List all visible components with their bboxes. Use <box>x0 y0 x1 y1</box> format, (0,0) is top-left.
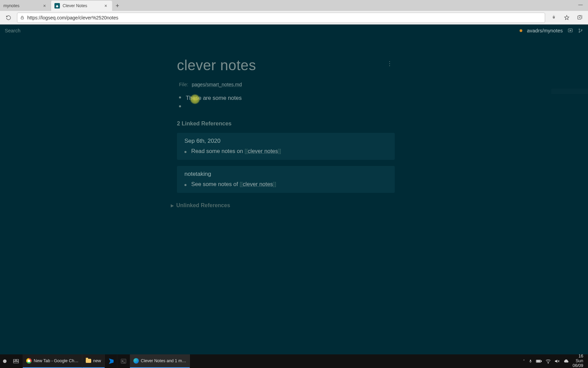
taskbar-item[interactable] <box>105 354 117 368</box>
app-root: Search avadrs/mynotes clever notes ⋯ Fil… <box>0 25 588 354</box>
reference-prefix: Read some notes on <box>191 148 245 154</box>
svg-rect-10 <box>14 359 16 361</box>
link-bracket: [[ <box>240 181 243 187</box>
block[interactable]: These are some notes <box>179 93 395 102</box>
favorite-star-icon[interactable] <box>561 13 572 23</box>
minimize-button[interactable]: — <box>573 0 588 9</box>
unlinked-references-toggle[interactable]: ▶ Unlinked References <box>171 202 395 209</box>
url-text: https://logseq.com/page/clever%2520notes <box>27 15 118 20</box>
reference-prefix: See some notes of <box>191 181 240 187</box>
page: clever notes ⋯ File: pages/smart_notes.m… <box>177 57 395 209</box>
link-bracket: ]] <box>278 148 281 154</box>
svg-point-7 <box>579 32 580 33</box>
taskbar-item[interactable]: new <box>82 354 105 368</box>
right-sidebar-hint <box>551 89 588 94</box>
taskbar-item-label: new <box>93 358 101 363</box>
taskbar-item[interactable]: Clever Notes and 1 m… <box>130 354 190 368</box>
svg-rect-12 <box>14 362 19 363</box>
start-button[interactable] <box>0 354 10 368</box>
browser-tab[interactable]: ◆ Clever Notes × <box>51 1 112 11</box>
lock-icon <box>20 15 24 20</box>
reference-source-link[interactable]: Sep 6th, 2020 <box>184 138 389 144</box>
bullet-icon[interactable] <box>179 105 181 107</box>
svg-marker-2 <box>565 15 569 19</box>
block-text[interactable]: These are some notes <box>186 93 242 102</box>
linked-references-header[interactable]: 2 Linked References <box>177 120 395 127</box>
unlinked-references-label: Unlinked References <box>176 202 230 209</box>
clock[interactable]: 16 Sun 06/09 <box>573 354 583 368</box>
file-path-link[interactable]: pages/smart_notes.md <box>192 82 242 87</box>
link-bracket: [[ <box>245 148 248 154</box>
reload-button[interactable] <box>3 13 14 23</box>
clock-date: 06/09 <box>573 364 583 368</box>
taskbar-item[interactable]: New Tab - Google Ch… <box>23 354 82 368</box>
taskbar: New Tab - Google Ch… new >_ Clever Notes… <box>0 354 588 368</box>
page-link[interactable]: clever notes <box>243 181 273 187</box>
address-row: https://logseq.com/page/clever%2520notes <box>0 11 588 25</box>
repo-name[interactable]: avadrs/mynotes <box>527 28 563 33</box>
chrome-icon <box>26 358 32 364</box>
onedrive-icon[interactable] <box>563 359 569 363</box>
edge-icon <box>133 358 139 364</box>
clock-day: Sun <box>573 359 583 364</box>
reference-source-link[interactable]: notetaking <box>184 171 389 178</box>
caret-right-icon: ▶ <box>171 203 174 208</box>
taskview-button[interactable] <box>10 354 23 368</box>
close-icon[interactable]: × <box>42 3 47 9</box>
block[interactable] <box>179 102 395 107</box>
svg-rect-11 <box>16 359 19 361</box>
taskbar-item-label: Clever Notes and 1 m… <box>141 358 186 363</box>
svg-rect-17 <box>537 361 540 362</box>
tray-expand-icon[interactable]: ˄ <box>523 359 525 364</box>
link-bracket: ]] <box>273 181 276 187</box>
terminal-icon: >_ <box>121 359 126 364</box>
tab-title: mynotes <box>3 3 19 8</box>
favicon-icon: ◆ <box>54 3 60 9</box>
svg-point-8 <box>581 30 582 31</box>
reference-card: notetaking See some notes of [[clever no… <box>177 166 395 193</box>
reference-text[interactable]: Read some notes on [[clever notes]] <box>191 148 281 154</box>
address-bar[interactable]: https://logseq.com/page/clever%2520notes <box>17 13 545 23</box>
collections-icon[interactable] <box>574 13 585 23</box>
git-icon[interactable] <box>578 28 583 33</box>
vscode-icon <box>108 358 114 364</box>
reference-card: Sep 6th, 2020 Read some notes on [[cleve… <box>177 133 395 160</box>
volume-mute-icon[interactable] <box>554 359 560 364</box>
new-tab-button[interactable]: + <box>112 1 122 11</box>
svg-rect-0 <box>21 17 24 19</box>
reading-star-icon[interactable] <box>549 13 559 23</box>
bullet-icon[interactable] <box>179 96 181 98</box>
svg-point-18 <box>548 363 549 363</box>
sync-status-icon <box>520 29 522 32</box>
window-controls: — <box>573 0 588 9</box>
wifi-icon[interactable] <box>545 359 551 364</box>
svg-marker-5 <box>570 30 571 31</box>
page-link[interactable]: clever notes <box>248 148 278 154</box>
taskbar-item-label: New Tab - Google Ch… <box>34 358 79 363</box>
file-label: File: <box>179 82 188 87</box>
svg-marker-19 <box>555 359 557 363</box>
svg-rect-13 <box>530 360 531 362</box>
mic-icon[interactable] <box>528 359 533 364</box>
svg-point-6 <box>579 29 580 30</box>
search-input[interactable]: Search <box>5 28 20 33</box>
browser-tab[interactable]: mynotes × <box>0 1 51 11</box>
svg-point-9 <box>3 359 7 363</box>
taskbar-item[interactable]: >_ <box>117 354 130 368</box>
close-icon[interactable]: × <box>103 3 109 9</box>
block-list: These are some notes <box>177 93 395 107</box>
svg-rect-16 <box>541 361 542 362</box>
folder-icon <box>86 359 91 363</box>
clock-time: 16 <box>573 354 583 359</box>
battery-icon[interactable] <box>536 359 542 363</box>
reference-text[interactable]: See some notes of [[clever notes]] <box>191 181 276 187</box>
bullet-icon[interactable] <box>184 151 186 153</box>
presentation-icon[interactable] <box>568 28 573 33</box>
tab-title: Clever Notes <box>63 3 87 8</box>
tab-strip: mynotes × ◆ Clever Notes × + — <box>0 0 588 11</box>
page-menu-button[interactable]: ⋯ <box>386 61 394 70</box>
bullet-icon[interactable] <box>184 184 186 186</box>
page-title[interactable]: clever notes <box>177 57 256 74</box>
app-topbar: Search avadrs/mynotes <box>0 25 588 37</box>
